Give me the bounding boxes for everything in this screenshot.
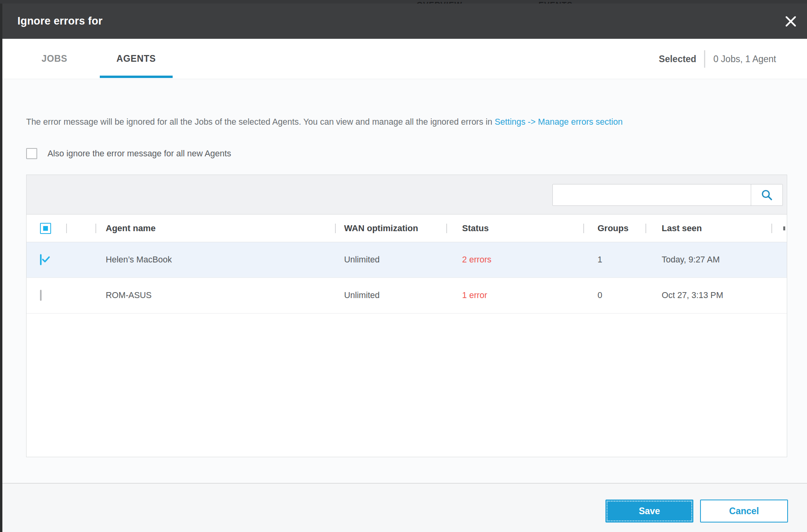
status-dot-column-header [66, 215, 95, 242]
ignore-new-agents-checkbox[interactable] [26, 148, 37, 159]
select-all-checkbox[interactable] [40, 223, 51, 234]
row-checkbox-checked[interactable] [40, 254, 42, 265]
column-header-groups[interactable]: Groups [583, 215, 645, 242]
save-button[interactable]: Save [605, 500, 693, 522]
description-text: The error message will be ignored for al… [26, 117, 786, 127]
agents-table-panel: Agent name WAN optimization Status Group… [26, 175, 787, 457]
ignore-new-agents-option[interactable]: Also ignore the error message for all ne… [26, 148, 231, 159]
column-header-wan-optimization[interactable]: WAN optimization [335, 215, 446, 242]
column-header-status[interactable]: Status [446, 215, 583, 242]
table-empty-area [27, 314, 787, 457]
dialog-footer: Save Cancel [2, 483, 807, 532]
background-nav-fragment: EVENTS [539, 0, 573, 4]
description-body: The error message will be ignored for al… [26, 117, 495, 127]
close-icon [785, 15, 797, 27]
background-nav-fragment: OVERVIEW [417, 0, 462, 4]
dialog-titlebar: Ignore errors for [2, 4, 807, 39]
agent-name-cell: Helen’s MacBook [95, 255, 335, 265]
selected-counts: 0 Jobs, 1 Agent [713, 54, 776, 65]
ignore-errors-dialog: Ignore errors for JOBS AGENTS Selected 0… [2, 4, 807, 532]
status-cell: 2 errors [446, 255, 583, 265]
dialog-title: Ignore errors for [17, 15, 103, 27]
tab-bar: JOBS AGENTS Selected 0 Jobs, 1 Agent [2, 39, 807, 79]
last-seen-cell: Today, 9:27 AM [645, 255, 771, 265]
table-row[interactable]: Helen’s MacBook Unlimited 2 errors 1 Tod… [27, 242, 787, 278]
selected-label: Selected [659, 54, 697, 65]
search-icon [761, 189, 773, 201]
column-header-last-seen[interactable]: Last seen [645, 215, 771, 242]
checkmark-icon [41, 254, 51, 264]
manage-errors-link[interactable]: Settings -> Manage errors section [495, 117, 622, 127]
search-input[interactable] [553, 184, 751, 205]
wan-optimization-cell: Unlimited [335, 291, 446, 300]
summary-divider [704, 50, 705, 68]
row-checkbox-unchecked[interactable] [40, 290, 42, 301]
agent-status-cell [66, 255, 95, 265]
background-page-strip: OVERVIEW EVENTS [0, 0, 807, 4]
row-checkbox-cell [27, 255, 66, 265]
search-button[interactable] [751, 184, 782, 205]
tab-jobs[interactable]: JOBS [25, 39, 84, 79]
status-cell: 1 error [446, 291, 583, 300]
clipped-column-header [771, 215, 787, 242]
groups-cell: 1 [583, 255, 645, 265]
agent-name-cell: ROM-ASUS [95, 291, 335, 300]
selection-summary: Selected 0 Jobs, 1 Agent [659, 39, 776, 79]
close-button[interactable] [780, 4, 801, 39]
tab-agents[interactable]: AGENTS [100, 39, 172, 79]
groups-cell: 0 [583, 291, 645, 300]
search-box [552, 184, 783, 206]
agent-status-cell [66, 291, 95, 300]
ignore-new-agents-label: Also ignore the error message for all ne… [48, 149, 231, 159]
cancel-button[interactable]: Cancel [700, 500, 788, 522]
table-toolbar [27, 175, 787, 215]
column-header-agent-name[interactable]: Agent name [95, 215, 335, 242]
clipped-column-fragment [783, 226, 785, 230]
table-row[interactable]: ROM-ASUS Unlimited 1 error 0 Oct 27, 3:1… [27, 278, 787, 314]
select-all-cell [27, 215, 66, 242]
table-header-row: Agent name WAN optimization Status Group… [27, 215, 787, 242]
last-seen-cell: Oct 27, 3:13 PM [645, 291, 771, 300]
indeterminate-mark-icon [43, 226, 48, 231]
wan-optimization-cell: Unlimited [335, 255, 446, 265]
row-checkbox-cell [27, 291, 66, 300]
